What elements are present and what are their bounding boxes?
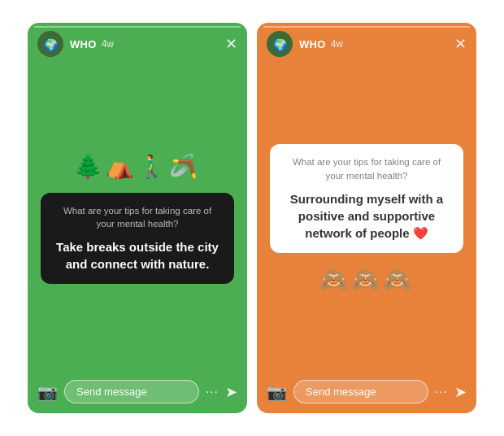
username-2: WHO [299,38,326,50]
qa-question-1: What are your tips for taking care of yo… [54,204,221,230]
time-ago-1: 4w [102,38,114,50]
qa-card-2: What are your tips for taking care of yo… [270,144,463,252]
username-1: WHO [70,38,97,50]
story-footer-1: 📷 Send message ··· ➤ [28,373,247,413]
story-header-2: 🌍 WHO 4w ✕ [257,23,476,63]
camera-icon-2[interactable]: 📷 [267,382,287,402]
progress-bar-2 [263,26,470,28]
story-footer-2: 📷 Send message ··· ➤ [257,373,476,413]
avatar-2: 🌍 [267,31,293,57]
story-card-2: 🌍 WHO 4w ✕ What are your tips for taking… [257,23,476,413]
more-options-2[interactable]: ··· [435,385,448,399]
time-ago-2: 4w [331,38,343,50]
qa-answer-2: Surrounding myself with a positive and s… [283,190,450,242]
message-input-2[interactable]: Send message [293,380,428,403]
top-emojis-1: 🌲⛺🚶‍♂️🪃 [74,153,201,180]
svg-text:🌍: 🌍 [273,38,288,52]
close-button-2[interactable]: ✕ [454,37,467,51]
qa-answer-1: Take breaks outside the city and connect… [54,238,221,272]
qa-question-2: What are your tips for taking care of yo… [283,155,450,181]
story-header-1: 🌍 WHO 4w ✕ [28,23,247,63]
header-info-1: WHO 4w [70,38,219,50]
header-info-2: WHO 4w [299,38,448,50]
close-button-1[interactable]: ✕ [225,37,237,51]
stories-container: 🌍 WHO 4w ✕ 🌲⛺🚶‍♂️🪃 What are your tips fo… [15,10,489,426]
camera-icon-1[interactable]: 📷 [37,382,58,402]
avatar-1: 🌍 [37,31,63,57]
qa-card-1: What are your tips for taking care of yo… [41,193,234,284]
send-icon-2[interactable]: ➤ [454,383,467,401]
story-content-2: What are your tips for taking care of yo… [257,63,476,373]
svg-text:🌍: 🌍 [44,38,59,52]
story-card-1: 🌍 WHO 4w ✕ 🌲⛺🚶‍♂️🪃 What are your tips fo… [28,23,247,413]
message-input-1[interactable]: Send message [64,380,199,403]
story-content-1: 🌲⛺🚶‍♂️🪃 What are your tips for taking ca… [28,63,247,373]
more-options-1[interactable]: ··· [206,385,219,399]
progress-bar-1 [34,26,241,28]
send-icon-1[interactable]: ➤ [225,383,237,401]
bottom-emojis-2: 🙈🙈🙈 [319,266,415,293]
